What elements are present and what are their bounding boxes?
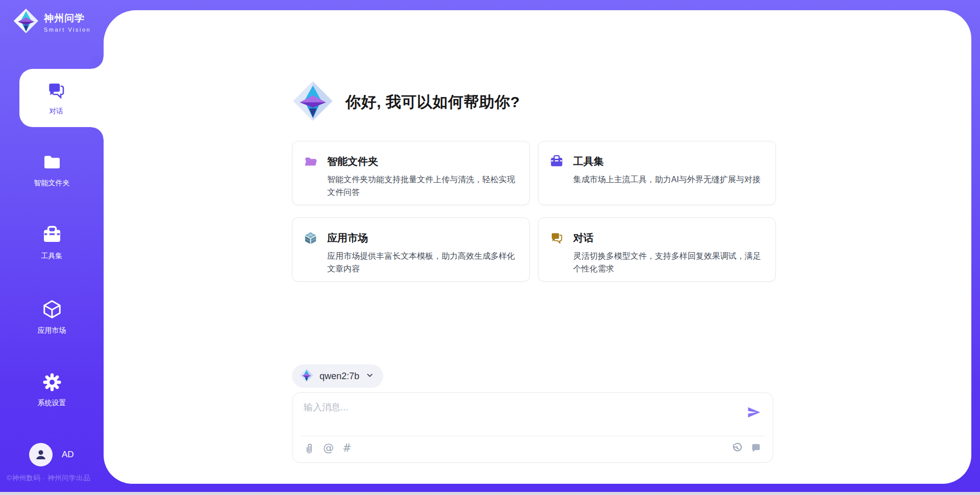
- sidebar-footer-credit: ©神州数码 · 神州问学出品: [7, 474, 90, 483]
- horizontal-scrollbar[interactable]: [0, 492, 980, 495]
- card-toolbox[interactable]: 工具集 集成市场上主流工具，助力AI与外界无缝扩展与对接: [538, 141, 776, 205]
- sidebar-item-settings[interactable]: 系统设置: [0, 372, 104, 408]
- hash-icon[interactable]: #: [342, 442, 352, 454]
- card-title: 智能文件夹: [327, 155, 516, 168]
- sidebar-item-smart-folder[interactable]: 智能文件夹: [0, 152, 104, 188]
- user-profile[interactable]: AD: [29, 443, 74, 466]
- greeting: 你好, 我可以如何帮助你?: [292, 81, 520, 123]
- chevron-down-icon: [365, 371, 374, 382]
- cube-icon: [41, 299, 63, 321]
- feature-cards: 智能文件夹 智能文件夹功能支持批量文件上传与清洗，轻松实现文件问答: [292, 141, 776, 282]
- message-composer: @ #: [292, 392, 773, 463]
- card-chat[interactable]: 对话 灵活切换多模型文件，支持多样回复效果调试，满足个性化需求: [538, 217, 776, 282]
- brand-name: 神州问学: [44, 12, 91, 25]
- user-name: AD: [62, 450, 74, 460]
- chat-icon: [46, 80, 66, 103]
- message-input[interactable]: [304, 401, 743, 432]
- card-smart-folder[interactable]: 智能文件夹 智能文件夹功能支持批量文件上传与清洗，轻松实现文件问答: [292, 141, 530, 205]
- send-icon: [747, 405, 761, 419]
- brand-subtitle: Smart Vision: [44, 27, 91, 33]
- brand-diamond-icon: [13, 8, 39, 36]
- sidebar-item-app-market[interactable]: 应用市场: [0, 299, 104, 335]
- person-icon: [34, 448, 47, 461]
- app-root: 神州问学 Smart Vision 对话 智能文件夹: [0, 0, 980, 495]
- greeting-title: 你好, 我可以如何帮助你?: [346, 92, 520, 113]
- composer-divider: [301, 436, 765, 436]
- card-description: 智能文件夹功能支持批量文件上传与清洗，轻松实现文件问答: [327, 174, 516, 199]
- active-tab-fillet-top: [91, 57, 104, 69]
- app-cube-icon: [304, 231, 317, 281]
- sidebar-item-label: 应用市场: [38, 326, 66, 335]
- history-icon[interactable]: [731, 442, 743, 454]
- card-title: 应用市场: [327, 231, 516, 245]
- toolbox-icon: [42, 225, 62, 247]
- card-title: 对话: [573, 231, 762, 245]
- active-tab-fillet-bottom: [91, 127, 104, 139]
- card-description: 集成市场上主流工具，助力AI与外界无缝扩展与对接: [573, 174, 761, 186]
- card-description: 应用市场提供丰富长文本模板，助力高效生成多样化文章内容: [327, 250, 516, 276]
- sidebar-item-label: 对话: [50, 107, 63, 116]
- card-description: 灵活切换多模型文件，支持多样回复效果调试，满足个性化需求: [573, 250, 762, 276]
- sidebar-item-label: 系统设置: [38, 399, 66, 408]
- sidebar-item-chat[interactable]: 对话: [19, 69, 106, 127]
- card-title: 工具集: [573, 155, 761, 168]
- model-name: qwen2:7b: [320, 371, 359, 382]
- briefcase-icon: [550, 155, 564, 205]
- folder-icon: [42, 152, 62, 174]
- brand-logo: 神州问学 Smart Vision: [13, 8, 91, 36]
- sidebar-item-toolbox[interactable]: 工具集: [0, 225, 104, 261]
- model-selector[interactable]: qwen2:7b: [292, 364, 383, 388]
- gear-icon: [42, 372, 62, 394]
- attachment-icon[interactable]: [304, 442, 314, 454]
- sidebar-item-label: 工具集: [41, 252, 63, 261]
- model-diamond-icon: [300, 368, 313, 384]
- avatar: [29, 443, 53, 466]
- card-app-market[interactable]: 应用市场 应用市场提供丰富长文本模板，助力高效生成多样化文章内容: [292, 217, 530, 282]
- send-button[interactable]: [747, 405, 761, 419]
- folder-open-icon: [304, 155, 317, 205]
- mention-icon[interactable]: @: [323, 442, 334, 454]
- assistant-diamond-icon: [292, 81, 333, 123]
- feedback-icon[interactable]: [750, 442, 762, 454]
- chat-bubbles-icon: [550, 231, 564, 281]
- sidebar-item-label: 智能文件夹: [34, 179, 70, 188]
